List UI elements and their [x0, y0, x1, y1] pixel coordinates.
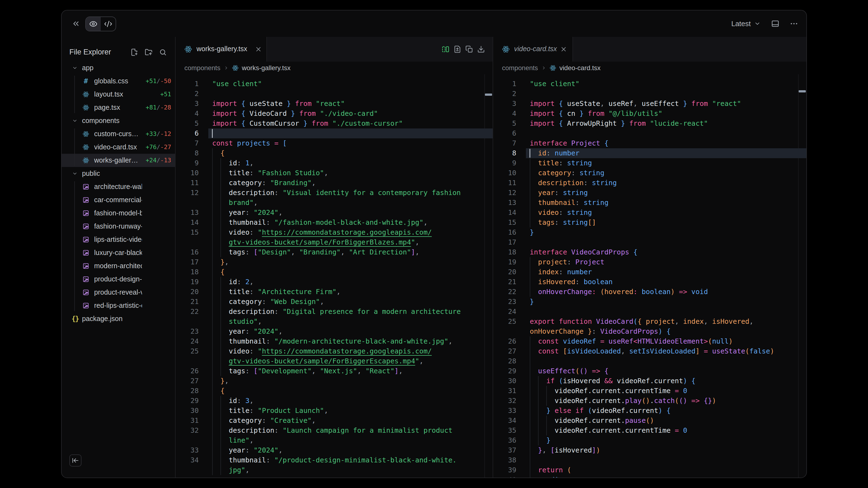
- image-file-icon: [83, 184, 89, 190]
- file-video-card.tsx[interactable]: video-card.tsx+76/-27: [62, 140, 175, 154]
- file-works-galler[interactable]: works-galler…+24/-13: [62, 154, 175, 167]
- line-number: 15: [176, 227, 199, 237]
- line-number: 36: [493, 435, 516, 445]
- image-file-icon: [83, 276, 89, 283]
- toolbar: Latest: [62, 10, 806, 37]
- code-line: 11 category: "Branding",: [176, 178, 493, 188]
- breadcrumb-file[interactable]: works-gallery.tsx: [242, 64, 290, 72]
- image-file-icon: [83, 197, 89, 203]
- line-number: 22: [493, 287, 516, 297]
- tree-indent-guide: [74, 76, 75, 113]
- tab-works-gallery[interactable]: works-gallery.tsx: [176, 37, 267, 62]
- diff-stats: +51: [160, 91, 171, 98]
- line-number: 33: [176, 445, 199, 455]
- file-lips-artistic-video.jpg[interactable]: lips-artistic-video.jpg: [62, 233, 175, 246]
- breadcrumb-file[interactable]: video-card.tsx: [559, 64, 600, 72]
- code-line: 30 title: "Product Launch",: [176, 406, 493, 416]
- file-custom-curs[interactable]: custom-curs…+33/-12: [62, 127, 175, 140]
- code-line: 14 video: string: [493, 208, 806, 218]
- tab-video-card[interactable]: video-card.tsx: [493, 37, 573, 62]
- file-explorer-title: File Explorer: [69, 48, 111, 56]
- collapse-panel-button[interactable]: [71, 19, 80, 28]
- file-layout.tsx[interactable]: layout.tsx+51: [62, 88, 175, 101]
- line-number: 31: [176, 416, 199, 426]
- code-line: 1"use client": [493, 79, 806, 89]
- folder-components[interactable]: components: [62, 114, 175, 127]
- new-folder-button[interactable]: [145, 48, 152, 56]
- file-name: product-design-minim…: [94, 275, 142, 283]
- file-fashion-model-black[interactable]: fashion-model-black-…: [62, 206, 175, 220]
- file-name: public: [82, 169, 142, 177]
- line-number: 15: [493, 218, 516, 227]
- code-editor-works-gallery[interactable]: 1"use client"23import { useState } from …: [176, 74, 493, 478]
- file-architecture-walkthro[interactable]: architecture-walkthro…: [62, 180, 175, 193]
- breadcrumb-folder[interactable]: components: [502, 64, 538, 72]
- close-tab-icon[interactable]: [255, 46, 262, 53]
- react-file-icon: [83, 104, 89, 111]
- chevron-down-icon: [72, 118, 78, 124]
- code-line: 39 return (: [493, 465, 806, 475]
- code-editor-video-card[interactable]: 1"use client"23import { useState, useRef…: [493, 74, 806, 478]
- line-number: 6: [176, 128, 199, 138]
- line-number: 7: [493, 138, 516, 148]
- editor-pane-right: video-card.tsx components video-card.tsx…: [493, 37, 806, 478]
- new-file-button[interactable]: [130, 48, 138, 56]
- file-luxury-car-black-and[interactable]: luxury-car-black-and-…: [62, 246, 175, 259]
- file-globals.css[interactable]: #globals.css+51/-50: [62, 74, 175, 88]
- version-dropdown[interactable]: Latest: [731, 20, 761, 28]
- line-number: 1: [176, 79, 199, 89]
- current-line-highlight: [208, 128, 493, 138]
- file-diff-button[interactable]: [454, 45, 461, 53]
- preview-toggle-button[interactable]: [86, 17, 101, 31]
- indent-guide: [530, 455, 530, 465]
- line-number: 19: [493, 257, 516, 267]
- download-button[interactable]: [477, 45, 485, 53]
- file-product-design-minim[interactable]: product-design-minim…: [62, 272, 175, 286]
- file-name: fashion-model-black-…: [94, 209, 142, 217]
- breadcrumb-folder[interactable]: components: [184, 64, 220, 72]
- line-number: 12: [176, 188, 199, 198]
- line-number: 29: [493, 366, 516, 376]
- line-number: 35: [493, 426, 516, 435]
- line-number: 1: [493, 79, 516, 89]
- line-number: 18: [176, 267, 199, 277]
- file-name: custom-curs…: [94, 130, 142, 138]
- file-car-commercial-video[interactable]: car-commercial-video…: [62, 193, 175, 206]
- folder-app[interactable]: app: [62, 61, 175, 74]
- code-line: 17 },: [176, 257, 493, 267]
- file-page.tsx[interactable]: page.tsx+81/-28: [62, 101, 175, 114]
- image-file-icon: [83, 210, 89, 217]
- line-number: 10: [176, 168, 199, 178]
- file-name: video-card.tsx: [94, 143, 142, 151]
- code-line: 12 year: string: [493, 188, 806, 198]
- line-number: 13: [493, 198, 516, 208]
- collapse-sidebar-button[interactable]: [69, 454, 82, 466]
- code-line: 23 year: "2024",: [176, 327, 493, 336]
- file-modern-architecture[interactable]: modern-architecture-…: [62, 259, 175, 272]
- code-toggle-button[interactable]: [101, 17, 116, 31]
- search-files-button[interactable]: [159, 48, 167, 56]
- file-package.json[interactable]: {}package.json: [62, 312, 175, 325]
- file-product-reveal-video.j[interactable]: product-reveal-video.j…: [62, 286, 175, 299]
- split-button[interactable]: [442, 45, 450, 53]
- file-name: app: [82, 64, 142, 72]
- line-number: 28: [493, 356, 516, 366]
- copy-button[interactable]: [465, 45, 473, 53]
- more-options-button[interactable]: [790, 20, 798, 28]
- code-line: line",: [176, 435, 493, 445]
- file-tree: app#globals.css+51/-50layout.tsx+51page.…: [62, 61, 175, 478]
- chevron-down-icon: [72, 65, 78, 71]
- code-line: 21 category: "Web Design",: [176, 297, 493, 307]
- folder-public[interactable]: public: [62, 167, 175, 180]
- code-line: 22 description: "Digital presence for a …: [176, 307, 493, 317]
- panel-toggle-button[interactable]: [771, 20, 779, 28]
- code-line: 18interface VideoCardProps {: [493, 247, 806, 257]
- close-tab-icon[interactable]: [560, 46, 567, 53]
- line-number: 34: [493, 416, 516, 426]
- file-red-lips-artistic-close[interactable]: red-lips-artistic-close-…: [62, 299, 175, 312]
- file-fashion-runway-scen[interactable]: fashion-runway-scen…: [62, 220, 175, 233]
- code-line: 19 project: Project: [493, 257, 806, 267]
- line-number: 27: [176, 376, 199, 386]
- tab-bar-right: video-card.tsx: [493, 37, 806, 62]
- code-line: 8 id: number: [493, 148, 806, 158]
